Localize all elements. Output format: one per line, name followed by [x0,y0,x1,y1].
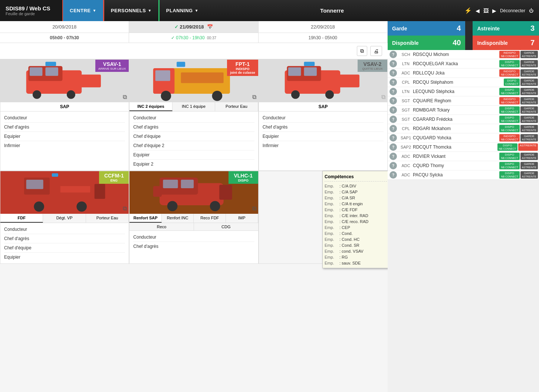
role-chef-agrs-4: Chef d'agrès [4,234,125,243]
role-conducteur-4: Conducteur [4,225,125,234]
tab-inc2[interactable]: INC 2 équipes [129,102,172,111]
comp-12: Emp. : cond. VSAV [325,248,387,254]
comp-13: Emp. : RG [325,254,387,260]
svg-point-2 [33,90,41,99]
fpt1-badge: FPT-1 INDISPO joint de culasse [227,60,258,76]
badge-garde-adc2: GARDEASTREINTE [520,153,538,160]
vsav2-mission: SAP [259,102,387,112]
pers-dot-adc2: ? [390,153,397,160]
vsav2-copy-icon[interactable]: ⧉ [381,94,385,100]
competences-popup: Compétences Emp. : C/A DIV Emp. : C/A SA… [322,171,388,268]
subtab-reco[interactable]: Reco [129,223,194,230]
svg-rect-22 [304,62,315,66]
svg-rect-13 [177,62,185,67]
role-conducteur-3: Conducteur [263,113,384,123]
fpt1-copy-icon[interactable]: ⧉ [252,94,256,100]
pers-dot-ltn2: ? [390,88,397,95]
badge-garde-adc4: GARDEASTREINTE [520,171,538,179]
fpt1-name: FPT-1 [230,61,255,67]
badge-dispo-ltn2: DISPONB CONNECT [499,88,519,95]
subtab-cdg[interactable]: CDG [194,223,258,230]
ccfm1-copy-icon[interactable]: ⧉ [123,205,127,212]
tab-renfort-sap[interactable]: Renfort SAP [129,214,162,223]
date-bar: 20/09/2018 ✓ 21/09/2018 📅 22/09/2018 [0,21,388,33]
svg-rect-20 [304,67,317,76]
pers-sch: ? SCH RDSCQU Michom INDISPONB CONNECT GA… [388,50,539,59]
tab-fdf[interactable]: FDF [0,214,43,223]
comp-14: Emp. : sauv. SDE [325,260,387,266]
tab-degt[interactable]: Dégt. VP [43,214,86,223]
date-current[interactable]: ✓ 21/09/2018 📅 [129,21,258,33]
pers-dot-adc1: ? [390,69,397,77]
date-next[interactable]: 22/09/2018 [259,21,388,33]
time-bar: 05h00 - 07h30 ✓ 07h30 - 19h30 00:37 19h3… [0,33,388,43]
svg-rect-19 [288,67,301,76]
svg-rect-38 [181,180,194,188]
vehicle-fpt1: FPT-1 INDISPO joint de culasse ⧉ INC 2 é… [129,59,258,171]
vehicle-vsav1: VSAV-1 ARRIVE SUR LIEUX ⧉ SAP Conducteur… [0,59,129,171]
fpt1-roles: Conducteur Chef d'agrès Chef d'équipe Ch… [129,112,258,170]
badge-garde-cpl2: GARDEASTREINTE [520,125,538,132]
disponible-label: Disponible [392,40,419,46]
tab-inc1[interactable]: INC 1 équipe [172,102,215,111]
logout-icon: ⏻ [529,8,533,13]
pers-dot-ltn1: ? [390,60,397,67]
badge-garde-sgt3: GARDEASTREINTE [520,116,538,123]
nav-left-btn[interactable]: ◀ [476,8,480,14]
date-prev[interactable]: 20/09/2018 [0,21,129,33]
indisponible-label: Indisponible [477,40,507,46]
vlhc1-status: DISPO [231,179,255,182]
fpt1-header: FPT-1 INDISPO joint de culasse ⧉ [129,60,258,102]
vsav2-roles: Conducteur Chef d'agrès Equipier Infirmi… [259,112,387,152]
svg-rect-33 [219,185,232,200]
role-chef-equipe-4: Chef d'équipe [4,243,125,253]
toolbar: ⧉ 🖨 [0,43,388,59]
tab-renfort-inc[interactable]: Renfort INC [162,214,194,223]
copy-button[interactable]: ⧉ [357,46,367,56]
astreinte-value: 3 [530,24,535,33]
vehicle-vlhc1: VLHC-1 DISPO ⧉ Renfort SAP Renfort INC R… [129,171,258,264]
vsav2-header: VSAV-2 QUITTE LIEUX ⧉ [259,60,387,102]
badge-garde-adc1: GARDEASTREINTE [520,69,538,77]
nav-image-btn[interactable]: 🖼 [483,8,489,14]
badge-dispo-sgt2: DISPONB CONNECT [499,106,519,114]
pers-adc2: ? ADC RDVIER Vickant DISPONB CONNECT GAR… [388,152,539,161]
bolt-icon: ⚡ [464,7,472,14]
vlhc1-roles: Conducteur Chef d'agrès [129,231,258,253]
role-equipier-4: Equipier [4,253,125,262]
tab-imp[interactable]: IMP [226,214,258,223]
garde-label: Garde [392,26,407,31]
role-chef-equipe2: Chef d'équipe 2 [133,141,254,150]
badge-garde-ltn2: GARDEASTREINTE [520,88,538,95]
badge-indispo-sgt1: INDISPONB CONNECT [499,97,519,104]
vlhc1-copy-icon[interactable]: ⧉ [252,205,256,212]
svg-rect-34 [153,186,162,197]
vsav1-badge: VSAV-1 ARRIVE SUR LIEUX [95,60,129,72]
nav-planning[interactable]: Planning ▼ [158,0,205,21]
nav-personnels[interactable]: Personnels ▼ [103,0,158,21]
badge-dispo-adc4: DISPONB CONNECT [499,171,519,179]
vlhc1-badge: VLHC-1 DISPO [229,171,258,184]
role-equipier2: Equipier 2 [133,160,254,169]
nav-right-btn[interactable]: ▶ [492,8,496,14]
svg-rect-5 [45,67,58,76]
badge-indispo-sap1: INDISPONB CONNECT [499,134,519,142]
comp-9: Emp. : Cond. [325,230,387,236]
svg-rect-4 [30,67,43,76]
tab-porteur2[interactable]: Porteur Eau [86,214,129,223]
role-equipier: Equipier [4,132,125,141]
brand-subtitle: Feuille de garde [6,11,57,16]
disconnect-label[interactable]: Déconnecter [500,8,525,13]
svg-point-18 [325,90,334,99]
tab-porteur[interactable]: Porteur Eau [215,102,258,111]
role-conducteur: Conducteur [4,113,125,123]
brand-title: SDIS89 / Web CS [6,5,57,11]
print-button[interactable]: 🖨 [370,46,382,56]
vsav1-copy-icon[interactable]: ⧉ [123,94,127,100]
pers-dot-sgt1: ? [390,97,397,104]
stat-disponible: Disponible 40 [388,36,465,50]
nav-centre[interactable]: CENTRE ▼ [63,0,103,21]
badge-dispo-cpl2: DISPONB CONNECT [499,125,519,132]
tab-reco-fdf[interactable]: Reco FDF [194,214,226,223]
nav-center-text: Tonnerre [205,0,459,21]
